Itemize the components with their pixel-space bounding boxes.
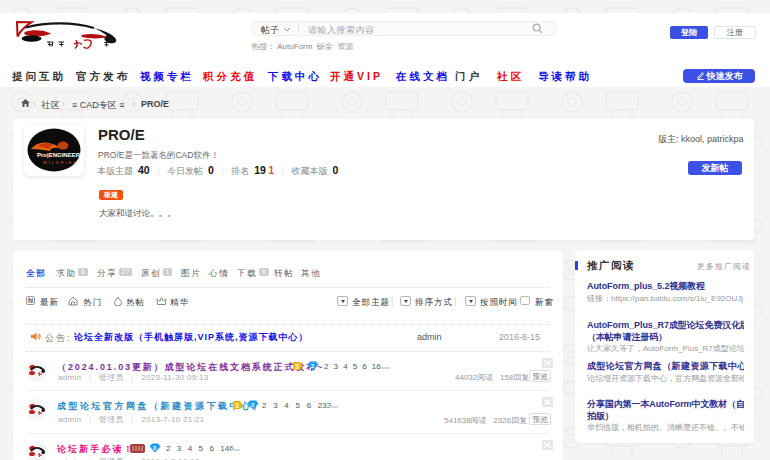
svg-text:WILDFIRE: WILDFIRE	[43, 160, 78, 165]
svg-text:Pro|ENGINEER: Pro|ENGINEER	[37, 152, 81, 158]
svg-text:3: 3	[235, 402, 239, 409]
svg-text:3: 3	[295, 363, 299, 370]
